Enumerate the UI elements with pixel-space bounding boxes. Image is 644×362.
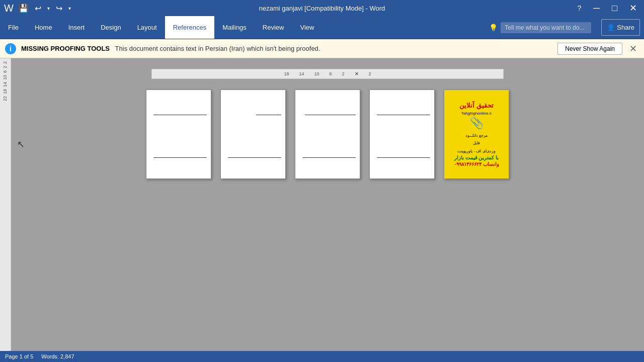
ad-line3: وردی‌ای اف - پاورپوینت [457, 148, 495, 154]
page-2-content [221, 90, 285, 178]
help-icon[interactable]: ? [575, 5, 585, 12]
ad-line2: فایل [473, 140, 480, 146]
ruler-mark-6: 6 [330, 71, 332, 76]
ruler-mark-2b: 2 [3, 66, 8, 68]
ruler-mark-6: 6 [3, 70, 8, 73]
undo-button[interactable]: ↩ [33, 3, 43, 14]
tab-mailings[interactable]: Mailings [214, 16, 255, 39]
status-bar: Page 1 of 5 Words: 2,847 [0, 351, 644, 362]
tab-file[interactable]: File [0, 16, 27, 39]
tab-review[interactable]: Review [255, 16, 292, 39]
ruler-mark-18: 18 [3, 89, 8, 94]
person-icon: 👤 [607, 24, 615, 31]
tab-home[interactable]: Home [27, 16, 60, 39]
page-1-thumbnail[interactable] [146, 89, 211, 179]
ribbon: File Home Insert Design Layout Reference… [0, 16, 644, 39]
page-3-content [295, 90, 360, 178]
ruler-mark-2a: 2 [3, 61, 8, 64]
ad-title: تحقیق آنلاین [459, 102, 494, 110]
title-bar-left: W 💾 ↩ ▾ ↪ ▾ [4, 3, 73, 14]
ruler-mark-18: 18 [284, 71, 289, 76]
document-area: ↖ 18 14 10 6 2 ✕ 2 [11, 58, 644, 351]
cursor: ↖ [17, 139, 25, 150]
word-logo-icon: W [4, 3, 14, 14]
page-indicator: Page 1 of 5 [5, 353, 33, 359]
title-bar: W 💾 ↩ ▾ ↪ ▾ nezami ganjavi [Compatibilit… [0, 0, 644, 16]
ad-icon: 📎 [470, 117, 484, 130]
lightbulb-icon: 💡 [489, 24, 498, 32]
share-button[interactable]: 👤 Share [601, 19, 640, 36]
info-message: MISSING PROOFING TOOLS This document con… [21, 45, 552, 52]
page-1-content [146, 90, 211, 178]
close-button[interactable]: ✕ [626, 4, 640, 13]
ad-phone: ۰۹۹۸۱۳۶۶۶۲۴ وانساب [454, 161, 499, 167]
close-info-bar-button[interactable]: ✕ [627, 43, 639, 54]
ruler-mark-14: 14 [3, 82, 8, 87]
page-5-ad-thumbnail[interactable]: تحقیق آنلاین Tahghighonline.ir 📎 مرجع دا… [444, 89, 509, 179]
window-title: nezami ganjavi [Compatibility Mode] - Wo… [259, 5, 385, 12]
quick-access-toolbar: 💾 ↩ ▾ ↪ ▾ [17, 3, 73, 14]
save-button[interactable]: 💾 [17, 3, 31, 14]
top-ruler: 18 14 10 6 2 ✕ 2 [151, 69, 504, 79]
tab-design[interactable]: Design [93, 16, 129, 39]
top-ruler-area: 18 14 10 6 2 ✕ 2 [21, 68, 634, 79]
maximize-button[interactable]: □ [609, 4, 620, 13]
pages-container: تحقیق آنلاین Tahghighonline.ir 📎 مرجع دا… [146, 89, 509, 179]
page-2-thumbnail[interactable] [220, 89, 286, 179]
page-4-content [370, 90, 434, 178]
tab-references[interactable]: References [165, 16, 214, 39]
ruler-mark-14: 14 [299, 71, 304, 76]
ad-website: Tahghighonline.ir [461, 111, 492, 116]
ruler-mark-2: 2 [342, 71, 345, 76]
info-icon: i [5, 43, 16, 54]
word-count: Words: 2,847 [41, 353, 74, 359]
page-3-thumbnail[interactable] [295, 89, 360, 179]
tell-me-input[interactable] [501, 22, 591, 33]
redo-button[interactable]: ↪ [54, 3, 64, 14]
customize-quick-access-button[interactable]: ▾ [66, 5, 73, 12]
tab-insert[interactable]: Insert [60, 16, 93, 39]
main-area: 2 2 6 10 14 18 22 ↖ 18 14 10 6 2 ✕ 2 [0, 58, 644, 351]
left-ruler: 2 2 6 10 14 18 22 [0, 58, 11, 351]
ruler-mark-10: 10 [314, 71, 319, 76]
page-4-thumbnail[interactable] [369, 89, 435, 179]
ribbon-search-area: 💡 [483, 16, 597, 39]
info-bar: i MISSING PROOFING TOOLS This document c… [0, 39, 644, 58]
ad-line1: مرجع دانلـــود [465, 133, 488, 138]
tab-layout[interactable]: Layout [129, 16, 165, 39]
title-bar-controls: ? ─ □ ✕ [575, 4, 640, 13]
tab-view[interactable]: View [292, 16, 322, 39]
never-show-again-button[interactable]: Never Show Again [557, 43, 622, 55]
ruler-mark-2b: 2 [369, 71, 371, 76]
undo-dropdown-button[interactable]: ▾ [45, 5, 52, 12]
ruler-mark-x: ✕ [355, 71, 359, 76]
ruler-mark-10: 10 [3, 75, 8, 80]
ad-cta: با کمترین قیمت بازار [454, 155, 499, 160]
ruler-mark-22: 22 [3, 96, 8, 101]
minimize-button[interactable]: ─ [590, 4, 603, 13]
